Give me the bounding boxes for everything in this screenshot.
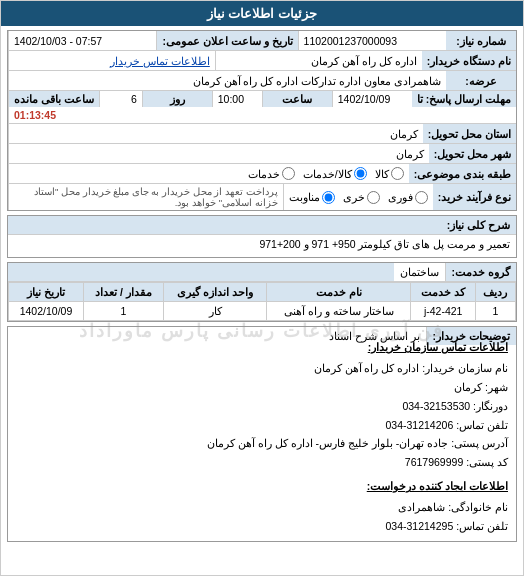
taraf-value: کالا کالا/خدمات خدمات	[8, 164, 409, 183]
dorange-value: 32153530-034	[402, 400, 470, 412]
col-kod: کد خدمت	[411, 283, 475, 302]
tarikh-label: تاریخ و ساعت اعلان عمومی:	[156, 31, 297, 50]
row-ostan: استان محل تحویل: کرمان	[8, 124, 516, 144]
sharh-value: تعمیر و مرمت پل های تاق کیلومتر 950+ 971…	[8, 235, 516, 257]
cell-vahed: کار	[163, 302, 266, 321]
kheri-radio[interactable]	[367, 191, 380, 204]
cell-kod: j-42-421	[411, 302, 475, 321]
noee-label: نوع فرآیند خرید:	[433, 184, 516, 210]
row-mohlat: مهلت ارسال پاسخ: تا 1402/10/09 ساعت 10:0…	[8, 91, 516, 124]
monavvat-radio[interactable]	[322, 191, 335, 204]
kala-radio[interactable]	[391, 167, 404, 180]
ostan-label: استان محل تحویل:	[423, 124, 516, 143]
row-noee: نوع فرآیند خرید: فوری خری من	[8, 184, 516, 210]
saat-baki-label: ساعت باقی مانده	[8, 91, 99, 107]
nam-ejaad-value: شاهمرادی	[398, 501, 445, 513]
dastgah-value: اداره کل راه آهن کرمان	[215, 51, 422, 70]
shomara-label: شماره نیاز:	[446, 31, 516, 50]
moroshi-value: شاهمرادی معاون اداره تدارکات اداره کل را…	[8, 71, 446, 90]
info-section: شماره نیاز: 1102001237000093 تاریخ و ساع…	[7, 30, 517, 211]
shahr-row: شهر: کرمان	[16, 378, 508, 397]
kala-option[interactable]: کالا	[375, 167, 404, 180]
shahr-b-label: شهر:	[485, 381, 508, 393]
kala-khadamat-option[interactable]: کالا/خدمات	[303, 167, 367, 180]
group-value: ساختمان	[394, 263, 445, 281]
taraf-label: طبقه بندی موضوعی:	[409, 164, 516, 183]
col-vahed: واحد اندازه گیری	[163, 283, 266, 302]
nam-sazman-row: نام سازمان خریدار: اداره کل راه آهن کرما…	[16, 359, 508, 378]
cell-radif: 1	[475, 302, 515, 321]
fori-radio[interactable]	[415, 191, 428, 204]
group-section: گروه خدمت: ساختمان ردیف کد خدمت نام خدمت…	[7, 262, 517, 322]
page-title: جزئیات اطلاعات نیاز	[207, 6, 317, 21]
adress-row: آدرس پستی: جاده تهران- بلوار خلیج فارس- …	[16, 434, 508, 453]
moroshi-label: عرضه:	[446, 71, 516, 90]
dorange-row: دورنگار: 32153530-034	[16, 397, 508, 416]
dastgah-label: نام دستگاه خریدار:	[422, 51, 516, 70]
shahr-b-value: کرمان	[454, 381, 482, 393]
row-shahr: شهر محل تحویل: کرمان	[8, 144, 516, 164]
ejaad-link[interactable]: اطلاعات تماس خریدار	[8, 51, 215, 70]
telefon-label: تلفن تماس:	[456, 419, 508, 431]
fori-label: فوری	[388, 191, 413, 203]
adress-label: آدرس پستی:	[451, 437, 508, 449]
sharh-section: شرح کلی نیاز: تعمیر و مرمت پل های تاق کی…	[7, 215, 517, 258]
mohlat-label: مهلت ارسال پاسخ: تا	[412, 91, 516, 107]
row-moroshi: عرضه: شاهمرادی معاون اداره تدارکات اداره…	[8, 71, 516, 91]
row-shomara: شماره نیاز: 1102001237000093 تاریخ و ساع…	[8, 31, 516, 51]
col-tarikh: تاریخ نیاز	[9, 283, 84, 302]
rooz-value: 6	[99, 91, 142, 107]
table-row: 1j-42-421ساختار ساخته و راه آهنیکار11402…	[9, 302, 516, 321]
page-wrapper: جزئیات اطلاعات نیاز شماره نیاز: 11020012…	[0, 0, 524, 576]
rooz-label: روز	[142, 91, 212, 107]
cell-name: ساختار ساخته و راه آهنی	[267, 302, 411, 321]
telefon-row: تلفن تماس: 31214206-034	[16, 416, 508, 435]
row-dastgah: نام دستگاه خریدار: اداره کل راه آهن کرما…	[8, 51, 516, 71]
telefon-ejaad-row: تلفن تماس: 31214295-034	[16, 517, 508, 536]
telefon-ejaad-value: 31214295-034	[385, 520, 453, 532]
bottom-info: اطلاعات تماس سازمان خریدار: نام سازمان خ…	[7, 332, 517, 542]
telefon-ejaad-label: تلفن تماس:	[456, 520, 508, 532]
mohlat-date: 1402/10/09	[332, 91, 412, 107]
col-radif: ردیف	[475, 283, 515, 302]
saat-baki-value: 01:13:45	[8, 107, 516, 123]
nam-ejaad-label: نام خانوادگی:	[448, 501, 508, 513]
pardakht-note: پرداخت تعهد از محل خریدار به جای مبلغ خر…	[8, 184, 283, 210]
group-label: گروه خدمت:	[445, 263, 516, 281]
tarikh-value: 1402/10/03 - 07:57	[8, 31, 156, 50]
shahr-value: کرمان	[8, 144, 429, 163]
page-header: جزئیات اطلاعات نیاز	[1, 1, 523, 26]
ostan-value: کرمان	[8, 124, 423, 143]
ejaad-title: اطلاعات ایجاد کننده درخواست:	[16, 477, 508, 496]
group-header-row: گروه خدمت: ساختمان	[8, 263, 516, 282]
khadamat-label: خدمات	[248, 168, 280, 180]
khadamat-radio[interactable]	[282, 167, 295, 180]
row-taraf: طبقه بندی موضوعی: کالا کالا/خدمات	[8, 164, 516, 184]
cell-megdar: 1	[83, 302, 163, 321]
kodposti-value: 7617969999	[405, 456, 463, 468]
noee-value: فوری خری مناوبت	[283, 184, 433, 210]
khadamat-option[interactable]: خدمات	[248, 167, 295, 180]
nam-sazman-value: اداره کل راه آهن کرمان	[314, 362, 420, 374]
nam-sazman-label: نام سازمان خریدار:	[422, 362, 508, 374]
kala-khadamat-radio[interactable]	[354, 167, 367, 180]
main-content: شماره نیاز: 1102001237000093 تاریخ و ساع…	[1, 26, 523, 546]
telefon-value: 31214206-034	[385, 419, 453, 431]
saat-label: ساعت	[262, 91, 332, 107]
sharh-header: شرح کلی نیاز:	[8, 216, 516, 235]
cell-tarikh: 1402/10/09	[9, 302, 84, 321]
table-header-row: ردیف کد خدمت نام خدمت واحد اندازه گیری م…	[9, 283, 516, 302]
shahr-label: شهر محل تحویل:	[429, 144, 516, 163]
service-table: ردیف کد خدمت نام خدمت واحد اندازه گیری م…	[8, 282, 516, 321]
taraf-radio-group: کالا کالا/خدمات خدمات	[248, 167, 404, 180]
kodposti-row: کد پستی: 7617969999	[16, 453, 508, 472]
kala-khadamat-label: کالا/خدمات	[303, 168, 352, 180]
col-name: نام خدمت	[267, 283, 411, 302]
monavvat-option[interactable]: مناوبت	[289, 191, 335, 204]
kala-label: کالا	[375, 168, 389, 180]
fori-option[interactable]: فوری	[388, 191, 428, 204]
saat-value: 10:00	[212, 91, 262, 107]
shomara-value: 1102001237000093	[298, 31, 446, 50]
kheri-option[interactable]: خری	[343, 191, 380, 204]
kodposti-label: کد پستی:	[466, 456, 508, 468]
